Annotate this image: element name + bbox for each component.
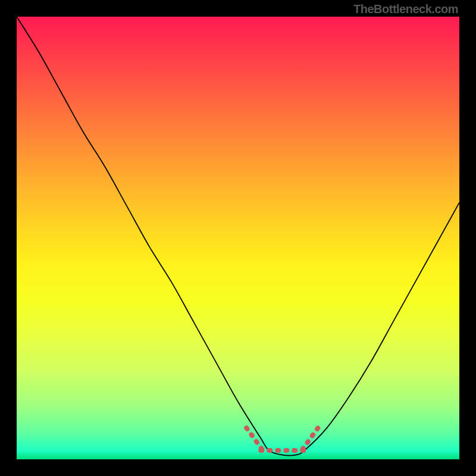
chart-svg	[17, 17, 459, 459]
tolerance-marker-left	[246, 428, 262, 449]
attribution-label: TheBottleneck.com	[353, 2, 458, 16]
chart-container: TheBottleneck.com	[0, 0, 476, 476]
tolerance-marker-right	[302, 428, 318, 449]
bottleneck-curve	[17, 17, 459, 455]
plot-area	[17, 17, 459, 459]
